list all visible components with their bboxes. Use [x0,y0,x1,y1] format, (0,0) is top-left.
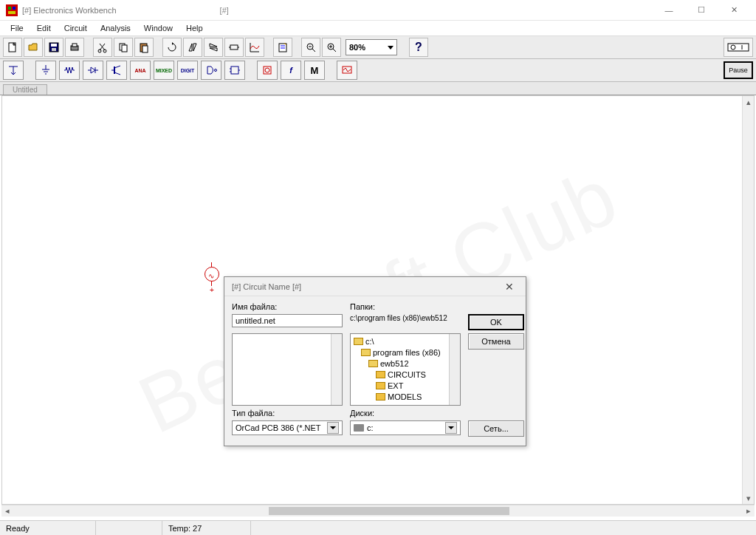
cut-button[interactable] [93,38,112,57]
cancel-button[interactable]: Отмена [468,333,524,350]
print-button[interactable] [65,38,84,57]
pause-button[interactable]: Pause [724,61,753,79]
doc-indicator: [#] [220,6,229,15]
title-bar: [#] Electronics Workbench [#] — ☐ ✕ [0,0,756,21]
svg-line-23 [312,49,315,52]
controls-bin[interactable]: f [281,61,301,80]
tab-untitled[interactable]: Untitled [3,84,47,95]
file-type-select[interactable]: OrCad PCB 386 (*.NET [232,420,343,435]
main-toolbar: 80% ? [0,35,756,59]
diode-bin[interactable] [83,61,103,80]
schematic-canvas[interactable]: BestSoft.Club ∿ + ▴ ▾ [#] Circuit Name [… [1,95,755,505]
folder-tree[interactable]: c:\ program files (x86) ewb512 CIRCUITS … [350,333,461,406]
status-ready: Ready [0,521,96,535]
file-listbox[interactable] [232,333,343,406]
minimize-button[interactable]: — [653,0,685,21]
disks-label: Диски: [350,409,461,418]
menu-file[interactable]: File [4,22,30,34]
rotate-button[interactable] [162,38,182,57]
network-button[interactable]: Сеть... [468,420,524,437]
scroll-up-icon[interactable]: ▴ [743,96,754,108]
svg-line-26 [333,49,336,52]
svg-rect-6 [51,44,57,47]
filename-label: Имя файла: [232,302,343,311]
svg-rect-2 [13,7,16,10]
scroll-right-icon[interactable]: ▸ [743,506,755,516]
menu-window[interactable]: Window [138,22,179,34]
instruments-bin[interactable] [337,61,357,80]
svg-rect-13 [122,45,127,52]
mixed-ics-bin[interactable]: MIXED [154,61,174,80]
dialog-close-button[interactable]: ✕ [501,281,518,293]
indicators-bin[interactable] [257,61,278,80]
tree-scrollbar[interactable] [449,334,460,405]
logic-gates-bin[interactable] [201,61,221,80]
new-file-button[interactable] [3,38,22,57]
filename-input[interactable]: untitled.net [232,314,343,327]
ground-bin[interactable] [35,61,56,80]
copy-button[interactable] [114,38,133,57]
folder-icon [376,393,385,401]
open-file-button[interactable] [24,38,43,57]
digital-ics-bin[interactable]: DIGIT [177,61,198,80]
scroll-down-icon[interactable]: ▾ [743,492,754,504]
status-cell-2 [96,521,162,535]
folder-open-icon [361,349,371,356]
properties-button[interactable] [273,38,292,57]
sources-bin[interactable] [3,61,24,80]
disk-select[interactable]: c: [350,420,461,435]
listbox-scrollbar[interactable] [331,334,342,405]
svg-rect-0 [6,4,18,16]
svg-rect-9 [72,44,77,47]
help-button[interactable]: ? [409,38,428,57]
menu-help[interactable]: Help [180,22,209,34]
transistor-bin[interactable] [106,61,127,80]
svg-rect-15 [142,46,148,52]
current-path: c:\program files (x86)\ewb512 [350,314,461,330]
save-button[interactable] [44,38,63,57]
document-tabs: Untitled [0,82,756,95]
scroll-thumb[interactable] [269,507,509,515]
folder-icon [376,382,385,389]
close-button[interactable]: ✕ [718,0,750,21]
svg-rect-46 [231,67,238,74]
zoom-select[interactable]: 80% [346,39,397,55]
scroll-left-icon[interactable]: ◂ [1,506,13,516]
zoom-out-button[interactable] [301,38,320,57]
menu-circuit[interactable]: Circuit [58,22,93,34]
svg-rect-1 [8,7,11,10]
svg-line-44 [114,72,120,75]
menu-edit[interactable]: Edit [31,22,57,34]
basic-bin[interactable] [59,61,80,80]
flip-vertical-button[interactable] [204,38,223,57]
svg-line-43 [114,66,120,68]
maximize-button[interactable]: ☐ [685,0,718,21]
paste-button[interactable] [134,38,154,57]
svg-point-45 [215,69,217,72]
menu-analysis[interactable]: Analysis [94,22,137,34]
graph-button[interactable] [245,38,264,57]
svg-point-51 [265,68,269,72]
flip-horizontal-button[interactable] [183,38,202,57]
file-type-label: Тип файла: [232,409,343,418]
ac-source-component[interactable]: ∿ + [203,262,221,286]
component-toolbar: ANA MIXED DIGIT f M Pause [0,59,756,82]
subcircuit-button[interactable] [224,38,244,57]
analog-ics-bin[interactable]: ANA [130,61,151,80]
folder-open-icon [368,360,378,367]
status-bar: Ready Temp: 27 [0,520,756,535]
misc-bin[interactable]: M [304,61,325,80]
ok-button[interactable]: OK [468,314,524,330]
dialog-titlebar: [#] Circuit Name [#] ✕ [224,277,526,296]
vertical-scrollbar[interactable]: ▴ ▾ [742,96,754,504]
power-switch[interactable] [724,38,753,57]
menu-bar: File Edit Circuit Analysis Window Help [0,21,756,35]
window-title: [#] Electronics Workbench [22,6,117,15]
digital-bin[interactable] [224,61,245,80]
save-dialog: [#] Circuit Name [#] ✕ Имя файла: Папки:… [224,276,526,446]
svg-rect-16 [230,45,238,50]
horizontal-scrollbar[interactable]: ◂ ▸ [1,505,755,517]
dialog-title: [#] Circuit Name [#] [232,282,301,291]
svg-rect-3 [8,11,16,14]
zoom-in-button[interactable] [322,38,341,57]
